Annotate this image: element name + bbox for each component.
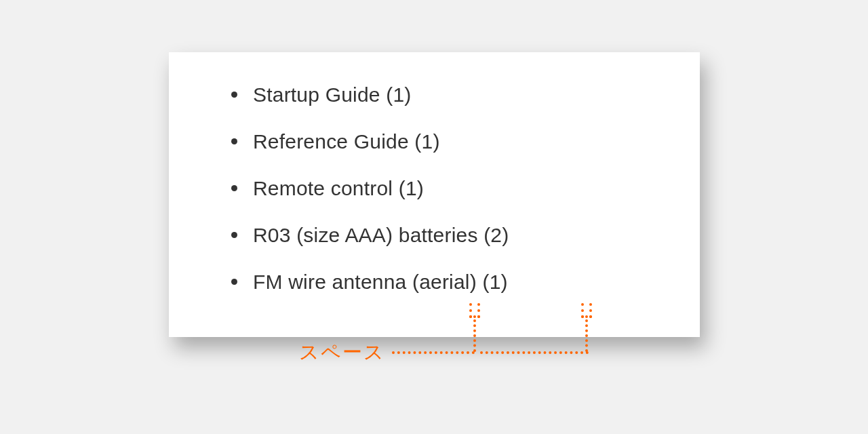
connector-line	[473, 319, 476, 352]
list-item: Reference Guide (1)	[224, 126, 700, 157]
list-item: R03 (size AAA) batteries (2)	[224, 220, 700, 250]
annotation-label: スペース	[299, 339, 385, 366]
list-item: FM wire antenna (aerial) (1)	[224, 267, 700, 297]
connector-line	[480, 351, 589, 354]
connector-line	[392, 351, 475, 354]
list-item: Remote control (1)	[224, 173, 700, 203]
document-card: Startup Guide (1) Reference Guide (1) Re…	[169, 52, 700, 337]
list-item: Startup Guide (1)	[224, 79, 700, 110]
space-marker-icon	[581, 303, 592, 318]
space-marker-icon	[469, 303, 480, 318]
package-contents-list: Startup Guide (1) Reference Guide (1) Re…	[224, 79, 700, 297]
connector-line	[585, 319, 588, 352]
